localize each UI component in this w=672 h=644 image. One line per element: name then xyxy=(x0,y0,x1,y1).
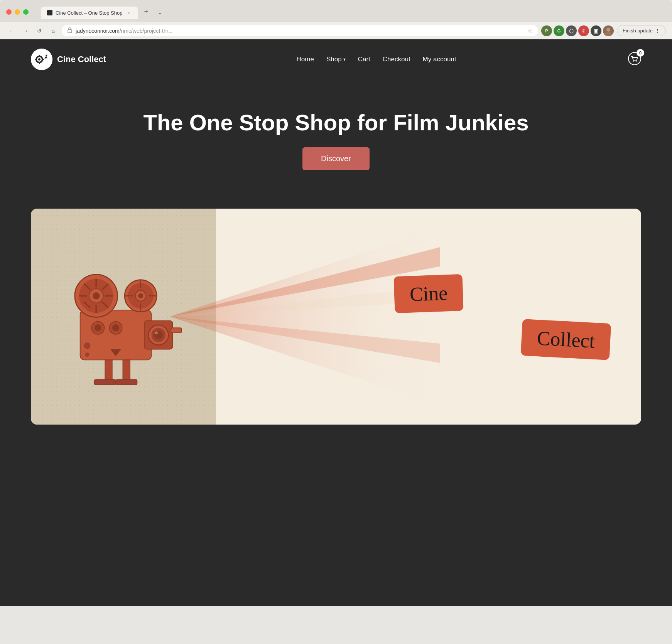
svg-rect-50 xyxy=(171,328,182,333)
nav-my-account[interactable]: My account xyxy=(423,56,456,63)
cart-icon-wrap[interactable]: 0 xyxy=(628,52,641,67)
home-button[interactable]: ⌂ xyxy=(48,25,59,36)
tab-menu-button[interactable]: ⌄ xyxy=(154,5,165,19)
title-bar: Cine Collect – One Stop Shop × + ⌄ xyxy=(0,0,672,22)
tab-close-button[interactable]: × xyxy=(125,10,132,16)
chevron-down-icon: ▾ xyxy=(343,57,346,62)
fullscreen-window-button[interactable] xyxy=(23,9,29,15)
svg-rect-0 xyxy=(68,30,72,33)
svg-point-44 xyxy=(112,324,119,331)
browser-extensions: P G ⬡ ◎ ▣ xyxy=(541,25,614,36)
tab-bar: Cine Collect – One Stop Shop × + ⌄ xyxy=(35,5,172,19)
svg-point-13 xyxy=(633,61,634,61)
extension-icon-1[interactable]: P xyxy=(541,25,552,36)
more-options-icon: ⋮ xyxy=(655,28,660,34)
forward-button[interactable]: → xyxy=(20,25,31,36)
url-domain: jadynoconnor.com xyxy=(76,28,120,34)
back-button[interactable]: ← xyxy=(6,25,17,36)
nav-shop[interactable]: Shop ▾ xyxy=(326,56,346,63)
browser-tab-active[interactable]: Cine Collect – One Stop Shop × xyxy=(41,7,138,19)
finish-update-label: Finish update xyxy=(623,28,653,34)
url-path: /nmc/web/project-thr... xyxy=(120,28,173,34)
nav-home[interactable]: Home xyxy=(297,56,314,63)
svg-rect-46 xyxy=(105,360,112,381)
minimize-window-button[interactable] xyxy=(15,9,20,15)
hero-banner: Cine Collect xyxy=(31,209,641,425)
close-window-button[interactable] xyxy=(6,9,12,15)
site-nav: Home Shop ▾ Cart Checkout My account xyxy=(125,56,628,63)
cart-count-badge: 0 xyxy=(637,49,644,57)
svg-point-40 xyxy=(155,331,158,334)
svg-point-42 xyxy=(95,324,101,331)
site-logo-icon: ✦ xyxy=(31,49,52,70)
banner-tag-collect: Collect xyxy=(520,319,611,360)
svg-point-1 xyxy=(606,28,610,32)
svg-point-51 xyxy=(84,343,90,349)
svg-point-19 xyxy=(93,292,100,299)
extension-icon-3[interactable]: ⬡ xyxy=(566,25,577,36)
nav-shop-label: Shop xyxy=(326,56,342,63)
projector-area xyxy=(31,209,216,425)
svg-point-6 xyxy=(38,58,41,61)
hero-section: The One Stop Shop for Film Junkies Disco… xyxy=(0,79,672,193)
projector-illustration xyxy=(39,232,193,417)
svg-point-14 xyxy=(636,61,637,61)
banner-text-area: Cine Collect xyxy=(216,260,641,373)
address-bar[interactable]: jadynoconnor.com/nmc/web/project-thr... … xyxy=(62,25,538,36)
extension-icon-4[interactable]: ◎ xyxy=(578,25,589,36)
banner-tag-cine: Cine xyxy=(393,274,463,313)
bookmark-icon[interactable]: ☆ xyxy=(528,28,533,34)
website-content: ✦ Cine Collect Home Shop ▾ Cart Checkout… xyxy=(0,39,672,606)
svg-text:✦: ✦ xyxy=(45,54,48,58)
svg-rect-49 xyxy=(116,379,137,385)
site-name[interactable]: Cine Collect xyxy=(57,54,106,64)
traffic-lights xyxy=(6,9,29,15)
extension-icon-5[interactable]: ▣ xyxy=(591,25,601,36)
tab-favicon xyxy=(47,10,52,15)
url-display: jadynoconnor.com/nmc/web/project-thr... xyxy=(76,28,525,34)
discover-button[interactable]: Discover xyxy=(302,147,370,170)
svg-point-52 xyxy=(86,353,89,356)
security-icon xyxy=(67,27,73,34)
site-header: ✦ Cine Collect Home Shop ▾ Cart Checkout… xyxy=(0,39,672,79)
svg-rect-47 xyxy=(123,360,130,381)
site-logo-area: ✦ Cine Collect xyxy=(31,49,106,70)
new-tab-button[interactable]: + xyxy=(139,5,153,19)
nav-checkout[interactable]: Checkout xyxy=(383,56,410,63)
finish-update-button[interactable]: Finish update ⋮ xyxy=(617,25,666,36)
extension-icon-2[interactable]: G xyxy=(554,25,564,36)
svg-point-2 xyxy=(605,32,612,36)
browser-chrome: Cine Collect – One Stop Shop × + ⌄ ← → ↺… xyxy=(0,0,672,606)
tab-title: Cine Collect – One Stop Shop xyxy=(56,10,122,16)
svg-point-31 xyxy=(138,293,143,298)
reload-button[interactable]: ↺ xyxy=(34,25,45,36)
nav-cart[interactable]: Cart xyxy=(358,56,370,63)
hero-title: The One Stop Shop for Film Junkies xyxy=(15,110,657,135)
user-profile-avatar[interactable] xyxy=(603,25,614,36)
svg-rect-48 xyxy=(95,379,116,385)
address-bar-row: ← → ↺ ⌂ jadynoconnor.com/nmc/web/project… xyxy=(0,22,672,39)
